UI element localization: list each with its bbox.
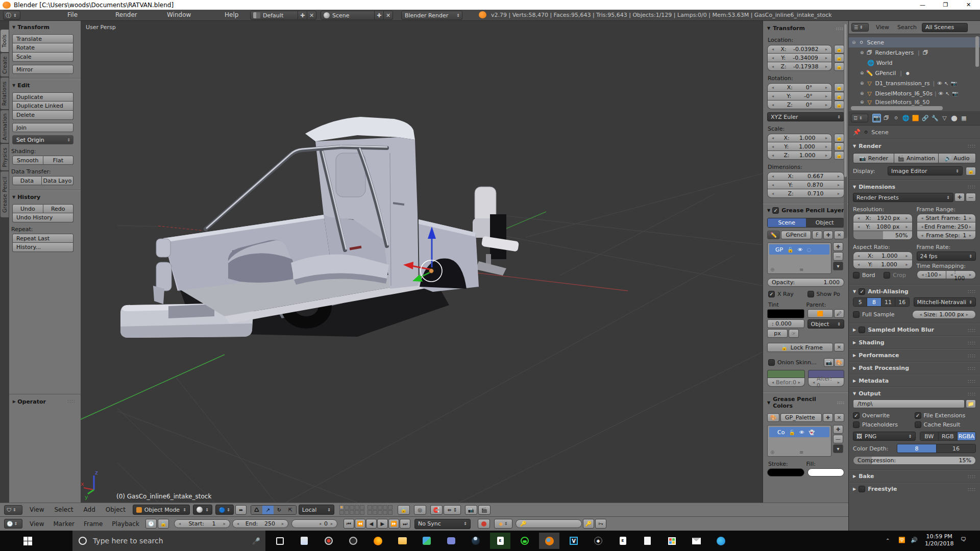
gp-xray-checkbox[interactable]: ✓X Ray: [768, 291, 805, 297]
outliner-row-world[interactable]: 🌐World: [849, 58, 980, 68]
res-x-field[interactable]: ◂X:1920 px▸: [853, 214, 913, 222]
parent-object-icon[interactable]: 🟧: [807, 309, 834, 318]
palette-icon[interactable]: 🎨: [767, 413, 779, 422]
timeline-frame-menu[interactable]: Frame: [84, 520, 103, 528]
lock-scale-x[interactable]: 🔓: [834, 134, 844, 142]
taskbar-bluestacks-icon[interactable]: [416, 533, 437, 549]
taskbar-discord-icon[interactable]: [441, 533, 461, 549]
manip-axes-icon[interactable]: 🛆: [251, 506, 262, 514]
timeline-view-menu[interactable]: View: [30, 520, 44, 528]
audio-button[interactable]: 🔊Audio: [939, 153, 976, 163]
scene-delete-button[interactable]: ✕: [383, 11, 393, 20]
compression-slider[interactable]: Compression:15%: [853, 456, 976, 465]
shading-dropdown[interactable]: ⇕: [193, 505, 212, 515]
aa-16[interactable]: 16: [895, 298, 909, 306]
aa-8[interactable]: 8: [867, 298, 881, 306]
panel-edit-header[interactable]: ▼Edit: [9, 81, 81, 89]
orientation-dropdown[interactable]: Local⇕: [299, 505, 334, 515]
scale-z-field[interactable]: ◂Z:1.000▸: [767, 151, 832, 160]
gpencil-name-field[interactable]: GPencil: [781, 231, 811, 239]
preset-remove-button[interactable]: —: [966, 193, 976, 202]
metadata-section-header[interactable]: ▶Metadata: [853, 378, 889, 384]
flat-button[interactable]: Flat: [43, 156, 74, 165]
prev-keyframe-button[interactable]: ⏪: [355, 519, 365, 529]
gp-scene-tab[interactable]: Scene: [768, 218, 806, 227]
start-frame-field[interactable]: ◂Start Frame:1▸: [917, 214, 976, 222]
taskbar-blender-icon[interactable]: [539, 533, 559, 549]
data-layout-button[interactable]: Data Layo: [42, 176, 74, 185]
placeholders-checkbox[interactable]: Placeholders: [853, 421, 915, 428]
color-add[interactable]: ✚: [833, 425, 843, 434]
gp-object-tab[interactable]: Object: [806, 218, 844, 227]
outliner-row-scene[interactable]: ⊖ ⚪Scene: [849, 37, 980, 47]
repeat-last-button[interactable]: Repeat Last: [12, 234, 74, 243]
output-path-field[interactable]: /tmp\: [853, 399, 965, 408]
lock-rotation-x[interactable]: 🔓: [834, 83, 844, 92]
start-button[interactable]: [17, 533, 38, 549]
tab-relations[interactable]: Relations: [1, 78, 9, 109]
taskbar-mail-icon[interactable]: [686, 533, 706, 549]
taskbar-obs-icon[interactable]: [343, 533, 363, 549]
render-engine-selector[interactable]: Blender Render ⇕: [401, 11, 462, 20]
outliner-row-diesel[interactable]: ⊕ ▽DieselMotors_I6_50s|👁↖📷: [849, 88, 980, 98]
remap-new-field[interactable]: ◂: 100▸: [946, 270, 976, 279]
taskbar-firefox-icon[interactable]: [368, 533, 388, 549]
mic-icon[interactable]: 🎤: [252, 537, 260, 545]
scene-selector[interactable]: Scene ✚✕: [321, 11, 393, 20]
outliner-row-renderlayers[interactable]: ⊕ 🗇RenderLayers|🗇: [849, 47, 980, 58]
palette-add-button[interactable]: ✚: [823, 413, 833, 422]
location-x-field[interactable]: ◂X:-0.03982▸: [767, 45, 832, 54]
manip-translate-icon[interactable]: ↗: [262, 506, 274, 514]
outliner-search-menu[interactable]: Search: [897, 24, 917, 31]
tray-chevron-icon[interactable]: ⌃: [886, 538, 890, 543]
lock-to-scene-button[interactable]: 🔒: [398, 505, 410, 515]
fill-color-swatch[interactable]: [807, 468, 845, 477]
taskbar-document-icon[interactable]: [637, 533, 657, 549]
rgb-button[interactable]: RGB: [939, 432, 958, 440]
outliner-hscrollbar[interactable]: [851, 106, 943, 110]
join-button[interactable]: Join: [12, 123, 74, 132]
postproc-section-header[interactable]: ▶Post Processing: [853, 365, 909, 371]
menu-file[interactable]: File: [67, 11, 78, 18]
onion-colorwheel-button[interactable]: 🎨: [834, 358, 844, 367]
output-browse-button[interactable]: 📁: [966, 399, 976, 408]
overwrite-checkbox[interactable]: ✓Overwrite: [853, 412, 915, 419]
res-percent-slider[interactable]: 50%: [853, 231, 913, 240]
tab-animation[interactable]: Animation: [1, 110, 9, 143]
taskbar-notepad-icon[interactable]: [294, 533, 314, 549]
panel-transform-header[interactable]: ▼Transform: [9, 23, 81, 31]
tray-volume-icon[interactable]: 🔊: [911, 537, 918, 543]
dimensions-section-header[interactable]: ▼Dimensions: [853, 184, 895, 190]
tab-world[interactable]: 🌐: [901, 114, 910, 122]
proportional-edit-dropdown[interactable]: ◎: [414, 505, 426, 515]
taskbar-epic-icon[interactable]: E: [490, 533, 510, 549]
close-button[interactable]: ✕: [957, 0, 980, 10]
palette-unlink-button[interactable]: ✕: [834, 413, 844, 422]
cache-checkbox[interactable]: Cache Result: [915, 421, 976, 428]
frame-step-field[interactable]: ◂Frame Step:1▸: [917, 231, 976, 240]
redo-button[interactable]: Redo: [43, 204, 74, 213]
manip-rotate-icon[interactable]: ↻: [274, 506, 285, 514]
tab-grease-pencil[interactable]: Grease Pencil: [1, 171, 9, 217]
onion-before-field[interactable]: ◂Befor:0▸: [767, 378, 805, 387]
aa-section-header[interactable]: ▼✓Anti-Aliasing: [853, 288, 909, 295]
set-origin-dropdown[interactable]: Set Origin⇕: [12, 135, 74, 144]
tab-render-layers[interactable]: 🗇: [882, 114, 891, 122]
mirror-button[interactable]: Mirror: [12, 65, 74, 74]
record-button[interactable]: [478, 519, 490, 529]
jump-to-start-button[interactable]: ⏮: [344, 519, 354, 529]
aspect-y-field[interactable]: ◂Y:1.000▸: [853, 260, 913, 269]
menu-help[interactable]: Help: [225, 11, 238, 18]
aa-11[interactable]: 11: [881, 298, 895, 306]
duplicate-button[interactable]: Duplicate: [12, 92, 74, 102]
delete-button[interactable]: Delete: [12, 111, 74, 120]
gp-layer-add[interactable]: ✚: [833, 242, 843, 251]
border-checkbox[interactable]: Bord: [853, 272, 881, 279]
tab-modifiers[interactable]: 🔧: [930, 114, 939, 122]
snap-magnet-button[interactable]: 🧲: [430, 505, 443, 515]
layout-delete-button[interactable]: ✕: [307, 11, 316, 20]
minimize-button[interactable]: —: [911, 0, 934, 10]
render-presets-dropdown[interactable]: Render Presets⇕: [853, 193, 953, 202]
manipulator-toggle[interactable]: ⬌: [235, 505, 247, 515]
onion-before-color[interactable]: [767, 370, 805, 378]
